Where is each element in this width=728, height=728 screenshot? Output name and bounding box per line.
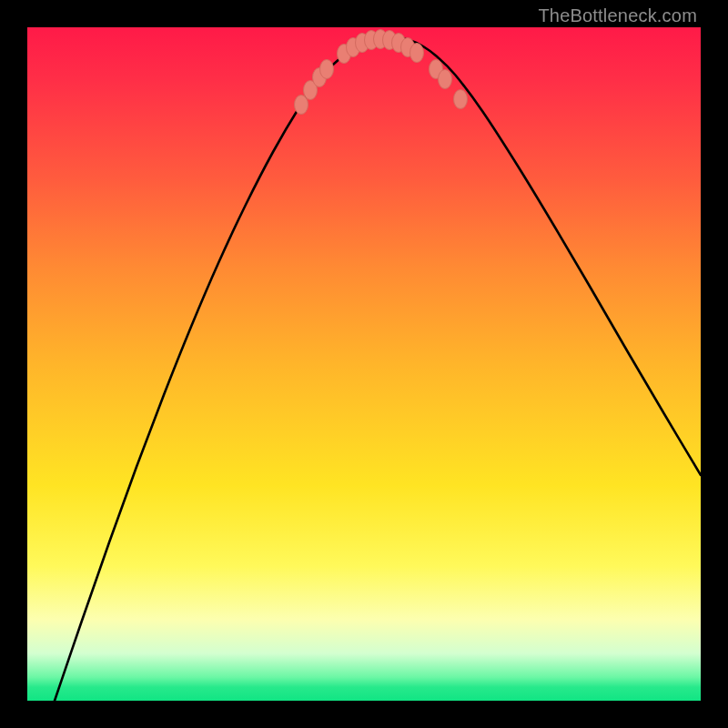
trough-markers (295, 30, 468, 115)
plot-area (27, 27, 701, 701)
markers-layer (27, 27, 701, 701)
trough-marker (320, 60, 334, 79)
trough-marker (439, 70, 452, 89)
trough-marker (454, 90, 468, 109)
watermark-text: TheBottleneck.com (538, 5, 697, 26)
outer-frame: TheBottleneck.com (0, 0, 728, 728)
trough-marker (410, 44, 424, 63)
